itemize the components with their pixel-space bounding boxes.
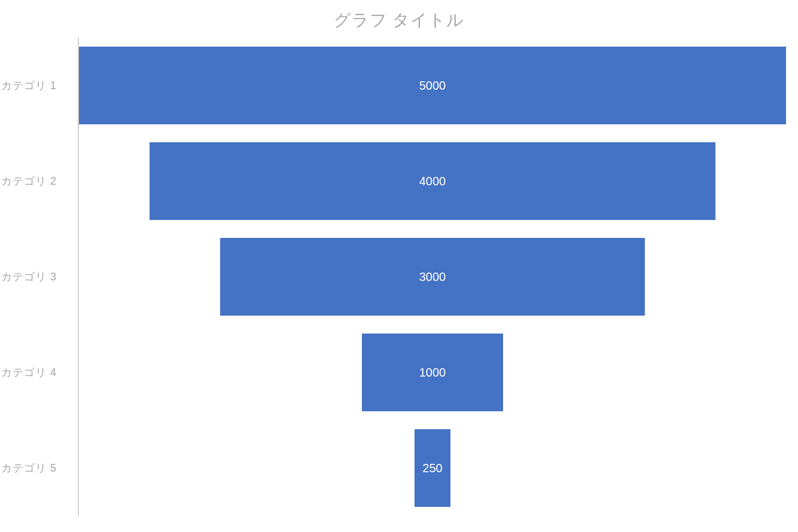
funnel-row: カテゴリ 2 4000 <box>79 133 786 229</box>
bar-value: 3000 <box>419 270 446 284</box>
funnel-bar: 3000 <box>220 238 644 316</box>
funnel-row: カテゴリ 5 250 <box>79 420 786 516</box>
bar-value: 250 <box>422 461 442 475</box>
category-label: カテゴリ 4 <box>1 365 70 380</box>
funnel-bar: 5000 <box>79 47 786 124</box>
plot-area: カテゴリ 1 5000 カテゴリ 2 4000 カテゴリ 3 3000 <box>78 38 786 516</box>
funnel-bar: 1000 <box>362 334 503 411</box>
funnel-row: カテゴリ 4 1000 <box>79 325 786 420</box>
funnel-row: カテゴリ 3 3000 <box>79 229 786 325</box>
funnel-bar: 4000 <box>150 142 715 220</box>
bar-wrapper: 4000 <box>79 142 786 220</box>
funnel-row: カテゴリ 1 5000 <box>79 38 786 133</box>
chart-container: グラフ タイトル カテゴリ 1 5000 カテゴリ 2 4000 カテゴリ 3 … <box>0 0 798 532</box>
bar-wrapper: 1000 <box>79 334 786 411</box>
funnel-bar: 250 <box>415 429 450 507</box>
bar-wrapper: 250 <box>79 429 786 507</box>
bar-value: 4000 <box>419 175 446 188</box>
bar-wrapper: 3000 <box>79 238 786 316</box>
category-label: カテゴリ 1 <box>1 78 70 93</box>
bar-value: 1000 <box>419 366 446 380</box>
chart-title: グラフ タイトル <box>0 9 798 32</box>
category-label: カテゴリ 5 <box>1 461 70 475</box>
bar-wrapper: 5000 <box>79 47 786 124</box>
bar-value: 5000 <box>419 79 446 93</box>
category-label: カテゴリ 2 <box>1 174 70 188</box>
category-label: カテゴリ 3 <box>1 270 70 284</box>
